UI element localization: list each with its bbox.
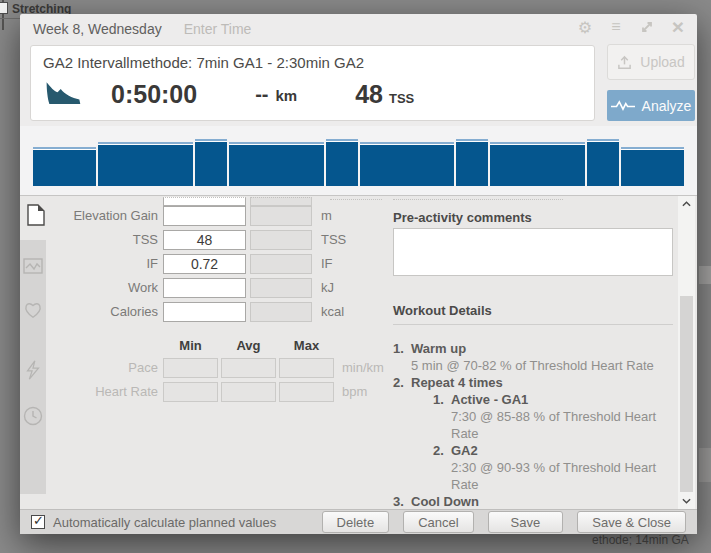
running-shoe-icon [43, 79, 83, 109]
field-unit: TSS [321, 230, 346, 250]
heart-rate-min-input [163, 382, 218, 402]
field-label: TSS [20, 230, 158, 250]
tss-value: 48 [355, 80, 383, 109]
workout-step: 1. Warm up 5 min @ 70-82 % of Threshold … [393, 340, 678, 374]
analyze-label: Analyze [642, 98, 692, 114]
workout-detail-modal: Week 8, Wednesday Enter Time ⚙ ≡ × GA2 I… [20, 14, 697, 534]
field-label: Elevation Gain [20, 206, 158, 226]
interval-bar [360, 142, 455, 186]
calories-completed-input [250, 302, 312, 322]
modal-footer: Automatically calculate planned values D… [20, 509, 697, 534]
save-button[interactable]: Save [488, 511, 564, 533]
if-input[interactable] [163, 254, 246, 274]
field-unit: min/km [342, 358, 384, 378]
field-unit: bpm [342, 382, 367, 402]
max-header: Max [279, 338, 334, 353]
avg-header: Avg [221, 338, 276, 353]
clock-icon[interactable] [23, 406, 43, 426]
background-checkbox [0, 2, 8, 14]
cancel-button[interactable]: Cancel [403, 511, 473, 533]
interval-bar [587, 139, 619, 186]
field-label: Calories [20, 302, 158, 322]
pulse-icon [611, 99, 635, 112]
gear-icon[interactable]: ⚙ [576, 18, 594, 36]
auto-calc-label: Automatically calculate planned values [53, 515, 276, 530]
upload-icon [617, 55, 632, 70]
field-label: Heart Rate [20, 382, 158, 402]
upload-button[interactable]: Upload [607, 44, 695, 80]
work-completed-input [250, 278, 312, 298]
background-fragment [699, 266, 711, 284]
scroll-up-arrow[interactable] [678, 196, 695, 212]
clipped-border [393, 199, 563, 200]
interval-bar [456, 139, 488, 186]
field-label: Pace [20, 358, 158, 378]
field-label: IF [20, 254, 158, 274]
interval-bar [621, 147, 684, 186]
elevation-gain-input[interactable] [163, 206, 246, 226]
pace-min-input [163, 358, 218, 378]
clipped-input [163, 197, 246, 206]
close-icon[interactable]: × [669, 18, 687, 36]
interval-bars [33, 134, 684, 186]
field-unit: kJ [321, 278, 334, 298]
tss-unit: TSS [389, 91, 414, 106]
expand-icon[interactable] [638, 18, 656, 36]
scrollbar [678, 196, 695, 509]
clipped-border [330, 199, 382, 200]
heart-rate-avg-input [221, 382, 276, 402]
analyze-button[interactable]: Analyze [607, 90, 695, 121]
field-label: Work [20, 278, 158, 298]
duration-value: 0:50:00 [111, 80, 197, 109]
work-input[interactable] [163, 278, 246, 298]
interval-bar [33, 147, 96, 186]
tss-input[interactable] [163, 230, 246, 250]
background-fragment [699, 448, 711, 482]
modal-title: Week 8, Wednesday [33, 21, 162, 37]
interval-bar [229, 142, 324, 186]
interval-bar [98, 142, 193, 186]
header-icon-group: ⚙ ≡ × [576, 18, 687, 36]
workout-details-title: Workout Details [393, 303, 492, 318]
upload-label: Upload [640, 54, 684, 70]
workout-structure-chart [20, 126, 697, 196]
scrollbar-thumb[interactable] [680, 296, 693, 492]
menu-icon[interactable]: ≡ [607, 18, 625, 36]
summary-stats: 0:50:00 -- km 48 TSS [43, 79, 414, 109]
calories-input[interactable] [163, 302, 246, 322]
scroll-down-arrow[interactable] [678, 493, 695, 509]
tss-completed-input [250, 230, 312, 250]
interval-bar [490, 142, 585, 186]
if-completed-input [250, 254, 312, 274]
enter-time-link[interactable]: Enter Time [184, 21, 252, 37]
pace-avg-input [221, 358, 276, 378]
divider [393, 324, 673, 325]
workout-title: GA2 Intervallmethode: 7min GA1 - 2:30min… [43, 54, 364, 71]
delete-button[interactable]: Delete [322, 511, 390, 533]
field-unit: kcal [321, 302, 344, 322]
workout-substep: 2. GA2 2:30 @ 90-93 % of Threshold Heart… [433, 442, 678, 493]
distance-unit: km [276, 87, 298, 104]
pre-activity-comments-textarea[interactable] [393, 228, 673, 276]
heart-rate-max-input [279, 382, 334, 402]
save-and-close-button[interactable]: Save & Close [577, 511, 686, 533]
interval-bar [195, 139, 227, 186]
pace-max-input [279, 358, 334, 378]
distance-value: -- [255, 83, 268, 106]
field-unit: m [321, 206, 332, 226]
workout-step: 2. Repeat 4 times 1. Active - GA1 7:30 @… [393, 374, 678, 493]
elevation-gain-completed-input [250, 206, 312, 226]
field-unit: IF [321, 254, 333, 274]
pre-activity-comments-title: Pre-activity comments [393, 210, 532, 225]
interval-bar [326, 139, 358, 186]
modal-content: Elevation Gain m TSS TSS IF IF Work kJ C… [20, 196, 697, 509]
workout-summary-card: GA2 Intervallmethode: 7min GA1 - 2:30min… [30, 45, 595, 121]
workout-substep: 1. Active - GA1 7:30 @ 85-88 % of Thresh… [433, 391, 678, 442]
auto-calc-checkbox[interactable] [31, 515, 45, 529]
clipped-input [250, 197, 312, 206]
background-label: ethode; 14min GA [592, 533, 689, 547]
min-header: Min [163, 338, 218, 353]
workout-step: 3. Cool Down 5 min @ 70-82 % of Threshol… [393, 493, 678, 509]
workout-details-list: 1. Warm up 5 min @ 70-82 % of Threshold … [393, 340, 678, 509]
